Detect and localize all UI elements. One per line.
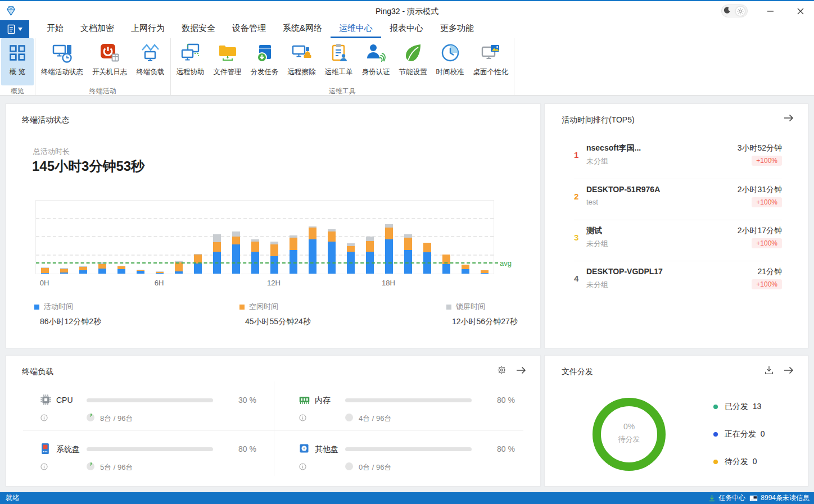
legend-value: 13 — [753, 402, 762, 411]
chart-bar-segment — [309, 228, 316, 239]
tab-web-behavior[interactable]: 上网行为 — [123, 20, 173, 38]
ribbon-desktop-personalize-button[interactable]: 桌面个性化 — [469, 38, 513, 85]
cpu-icon — [40, 394, 52, 408]
arrow-right-icon[interactable] — [783, 366, 794, 375]
tab-report-center[interactable]: 报表中心 — [381, 20, 432, 38]
legend-value: 45小时55分钟24秒 — [245, 317, 311, 327]
chart-bar-segment — [404, 234, 412, 238]
chart-bar-segment — [366, 237, 374, 241]
ribbon-eco-settings-button[interactable]: 节能设置 — [395, 38, 432, 85]
unread-messages-button[interactable]: 8994条未读信息 — [749, 493, 810, 503]
dispatch-task-icon — [255, 42, 275, 63]
terminal-name: DESKTOP-VGDPL17 — [586, 267, 663, 276]
ranking-row[interactable]: 4 DESKTOP-VGDPL17 未分组 21分钟 +100% — [574, 261, 782, 302]
chart-bar-segment — [270, 242, 278, 244]
tab-system-network[interactable]: 系统&网络 — [274, 20, 331, 38]
tab-more-features[interactable]: 更多功能 — [432, 20, 482, 38]
load-label: 其他盘 — [315, 444, 338, 455]
legend-lock-time: 锁屏时间 12小时56分钟27秒 — [446, 302, 518, 327]
panel-title: 终端负载 — [22, 367, 53, 377]
avg-label: avg — [500, 259, 512, 267]
legend-dot — [713, 432, 718, 437]
chart-bar-segment — [79, 266, 87, 267]
ribbon-overview-button[interactable]: 概 览 — [1, 38, 34, 85]
chart-bar-segment — [423, 243, 431, 252]
activity-duration: 2小时31分钟 — [738, 185, 782, 195]
arrow-right-icon[interactable] — [783, 113, 794, 122]
ribbon-file-manager-button[interactable]: 文件管理 — [209, 38, 246, 85]
ribbon-item-label: 时间校准 — [436, 67, 464, 77]
change-badge: +100% — [752, 279, 782, 289]
minimize-button[interactable] — [762, 5, 778, 17]
chart-bar-segment — [98, 269, 106, 274]
other-disk-progress-bar — [345, 447, 472, 451]
ribbon-terminal-activity-status-button[interactable]: 终端活动状态 — [37, 38, 88, 85]
download-icon[interactable] — [764, 365, 774, 375]
light-mode-icon[interactable] — [735, 6, 745, 16]
info-icon[interactable] — [40, 414, 48, 424]
chart-bar-segment — [347, 246, 355, 252]
terminal-name: DESKTOP-51R976A — [586, 185, 660, 194]
ranking-row[interactable]: 3 测试 未分组 2小时17分钟 +100% — [574, 220, 782, 261]
chart-bar-segment — [270, 256, 278, 274]
mini-pie-icon — [345, 462, 353, 470]
chart-bar-segment — [309, 226, 316, 228]
legend-value: 86小时12分钟2秒 — [40, 317, 101, 327]
status-bar: 就绪 任务中心 8994条未读信息 — [0, 492, 814, 504]
ribbon-time-calibration-button[interactable]: 时间校准 — [432, 38, 469, 85]
app-menu-button[interactable] — [0, 20, 29, 38]
dark-mode-icon[interactable] — [723, 6, 731, 16]
ranking-row[interactable]: 2 DESKTOP-51R976A test 2小时31分钟 +100% — [574, 179, 782, 220]
activity-duration: 3小时52分钟 — [738, 143, 782, 153]
chart-bar-segment — [481, 273, 489, 274]
total-activity-value: 145小时3分钟53秒 — [32, 157, 144, 175]
dispatch-legend-in-progress: 正在分发 0 — [713, 429, 765, 439]
activity-chart: avg 0H6H12H18H — [35, 200, 530, 290]
info-icon[interactable] — [299, 462, 306, 473]
tab-data-security[interactable]: 数据安全 — [173, 20, 224, 38]
ribbon-terminal-load-button[interactable]: 终端负载 — [132, 38, 169, 85]
gear-icon[interactable] — [497, 365, 507, 375]
ribbon-dispatch-task-button[interactable]: 分发任务 — [246, 38, 283, 85]
chevron-down-icon — [18, 28, 22, 31]
chart-bar-segment — [117, 266, 125, 269]
task-center-button[interactable]: 任务中心 — [708, 493, 745, 503]
menu-tabbar: 开始 文档加密 上网行为 数据安全 设备管理 系统&网络 运维中心 报表中心 更… — [0, 20, 814, 38]
legend-swatch — [239, 305, 245, 310]
ribbon-item-label: 桌面个性化 — [473, 67, 509, 77]
divider — [23, 430, 523, 431]
chart-bar-segment — [41, 273, 49, 274]
terminal-group: 未分组 — [586, 156, 608, 166]
chart-bar-segment — [60, 268, 68, 269]
donut-percent: 0% — [593, 422, 666, 431]
window-title: Ping32 - 演示模式 — [0, 7, 814, 17]
ribbon-remote-assist-button[interactable]: 远程协助 — [172, 38, 209, 85]
tab-device-management[interactable]: 设备管理 — [224, 20, 274, 38]
ribbon-power-log-button[interactable]: 开关机日志 — [88, 38, 132, 85]
memory-icon — [299, 394, 310, 408]
tab-ops-center[interactable]: 运维中心 — [331, 20, 381, 38]
terminal-group: 未分组 — [586, 239, 608, 249]
chart-bar-segment — [328, 229, 336, 231]
ribbon-remote-wipe-button[interactable]: 远程擦除 — [283, 38, 320, 85]
ribbon-identity-auth-button[interactable]: 身份认证 — [358, 38, 395, 85]
chart-bar-segment — [41, 268, 49, 273]
arrow-right-icon[interactable] — [515, 366, 527, 375]
ribbon-work-order-button[interactable]: 运维工单 — [320, 38, 358, 85]
activity-duration: 21分钟 — [757, 267, 782, 277]
info-icon[interactable] — [299, 414, 306, 424]
chart-bar-segment — [442, 264, 450, 274]
load-cell-other-disk: 其他盘 80 % 0台 / 96台 — [299, 443, 515, 476]
chart-bar-segment — [137, 270, 144, 270]
tab-doc-encryption[interactable]: 文档加密 — [72, 20, 123, 38]
close-button[interactable] — [793, 5, 808, 17]
tab-home[interactable]: 开始 — [38, 20, 72, 38]
legend-dot — [713, 460, 718, 464]
chart-bar-segment — [156, 271, 164, 272]
unread-messages-label: 8994条未读信息 — [761, 493, 810, 503]
info-icon[interactable] — [40, 462, 48, 473]
rank-number: 4 — [574, 274, 578, 283]
theme-toggle[interactable] — [721, 4, 748, 17]
load-percent: 80 % — [238, 444, 256, 453]
ranking-row[interactable]: 1 nsecsoft李国... 未分组 3小时52分钟 +100% — [574, 138, 782, 179]
